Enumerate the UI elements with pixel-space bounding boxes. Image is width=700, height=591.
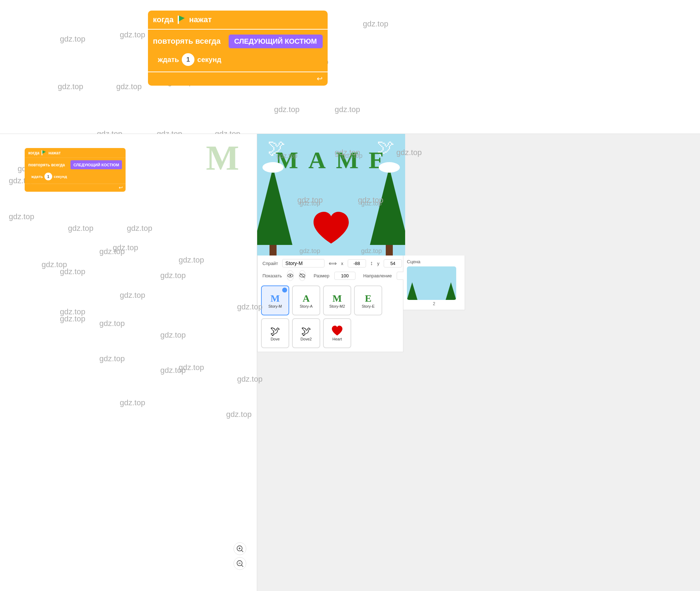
zoom-out-button[interactable] <box>234 557 246 570</box>
mini-event-label: когда <box>28 150 39 155</box>
scene-panel: Сцена 2 <box>403 256 465 310</box>
sprite-thumb-dove2[interactable]: 🕊 Dove2 <box>292 318 320 348</box>
seconds-label: секунд <box>197 56 221 64</box>
svg-rect-2 <box>42 150 42 155</box>
flag-icon <box>176 15 186 25</box>
x-label: x <box>341 261 343 266</box>
tree-right <box>370 167 405 256</box>
scene-count: 2 <box>407 301 461 306</box>
story-a-label: Story-A <box>300 304 313 308</box>
scene-label: Сцена <box>407 259 461 264</box>
wait-block: ждать 1 секунд <box>153 51 226 68</box>
mini-flag-icon <box>41 150 47 156</box>
mini-pressed-label: нажат <box>48 150 61 155</box>
watermark: gdz.top <box>99 319 125 328</box>
sprite-thumbs-panel: М Story-M А Story-A М Story-M2 Е Story-E… <box>257 282 403 352</box>
pressed-label: нажат <box>189 15 212 24</box>
svg-marker-3 <box>42 150 46 154</box>
story-m2-label: Story-M2 <box>329 304 345 308</box>
story-a-letter: А <box>303 293 310 304</box>
costume-block: СЛЕДУЮЩИЙ КОСТЮМ <box>229 35 323 48</box>
svg-line-7 <box>242 550 243 552</box>
eye-closed-icon <box>299 272 305 279</box>
mini-wait-value: 1 <box>44 173 52 180</box>
svg-point-15 <box>283 288 286 292</box>
watermark: gdz.top <box>120 30 145 39</box>
hide-sprite-button[interactable] <box>299 270 306 281</box>
watermark: gdz.top <box>42 260 67 269</box>
big-m-letter: M <box>206 137 239 178</box>
watermark: gdz.top <box>116 82 142 91</box>
y-coord-input[interactable] <box>384 259 402 267</box>
svg-marker-1 <box>179 16 185 21</box>
dove-label: Dove <box>271 337 280 341</box>
active-badge <box>282 288 287 293</box>
costume-label: СЛЕДУЮЩИЙ КОСТЮМ <box>234 37 317 45</box>
svg-point-12 <box>290 275 291 277</box>
size-input[interactable] <box>334 272 355 280</box>
top-code-area: gdz.top gdz.top gdz.top gdz.top gdz.top … <box>0 0 700 134</box>
watermark: gdz.top <box>99 247 125 256</box>
y-label: y <box>377 261 380 266</box>
heart-label: Heart <box>333 337 342 341</box>
watermark: gdz.top <box>99 354 125 363</box>
sprite-thumb-heart[interactable]: Heart <box>323 318 351 348</box>
direction-label: Направление <box>363 273 392 278</box>
story-m-letter: М <box>271 293 280 304</box>
sprite-name-input[interactable] <box>282 259 324 267</box>
zoom-in-button[interactable] <box>234 542 246 555</box>
scene-thumbnail[interactable] <box>407 266 456 300</box>
story-e-label: Story-E <box>362 304 375 308</box>
wait-label: ждать <box>158 56 179 64</box>
dove-thumb-icon: 🕊 <box>270 325 280 337</box>
mini-wait-label: ждать <box>31 174 43 179</box>
sprite-info-panel: Спрайт ⟺ x ↕ y Показать Размер Направлен… <box>257 256 403 285</box>
mini-costume-block: СЛЕДУЮЩИЙ КОСТЮМ <box>70 160 122 170</box>
watermark: gdz.top <box>68 224 93 233</box>
x-coord-input[interactable] <box>348 259 366 267</box>
watermark: gdz.top <box>60 307 85 316</box>
y-arrow-icon: ↕ <box>370 260 373 266</box>
sprite-thumb-dove[interactable]: 🕊 Dove <box>261 318 289 348</box>
tree-left <box>257 167 292 256</box>
sprite-thumb-story-m2[interactable]: М Story-M2 <box>323 285 351 315</box>
sprite-label: Спрайт <box>262 261 278 266</box>
show-label: Показать <box>262 273 282 278</box>
svg-line-10 <box>242 565 243 567</box>
eye-icon <box>287 272 293 279</box>
code-editor-panel: gdz.top gdz.top gdz.top gdz.top gdz.top … <box>0 134 257 591</box>
mini-wait-block: ждать 1 секунд <box>28 171 70 182</box>
zoom-out-icon <box>236 560 244 567</box>
mini-event-block: когда нажат <box>25 148 126 158</box>
watermark: gdz.top <box>274 105 299 114</box>
heart-sprite <box>310 210 352 250</box>
story-m-label: Story-M <box>268 304 282 308</box>
svg-rect-0 <box>178 16 179 24</box>
heart-thumb-icon <box>331 325 343 337</box>
loop-block: повторять всегда СЛЕДУЮЩИЙ КОСТЮМ ждать … <box>148 30 328 72</box>
mini-loop-block: повторять всегда СЛЕДУЮЩИЙ КОСТЮМ ждать … <box>25 158 126 184</box>
dove2-thumb-icon: 🕊 <box>301 325 311 337</box>
mini-seconds-label: секунд <box>54 174 67 179</box>
watermark: gdz.top <box>335 105 360 114</box>
sprite-thumb-story-m[interactable]: М Story-M <box>261 285 289 315</box>
watermark: gdz.top <box>160 271 186 280</box>
watermark: gdz.top <box>127 224 152 233</box>
arrows-icon: ⟺ <box>329 260 337 267</box>
event-block: когда нажат <box>148 11 328 29</box>
zoom-in-icon <box>236 545 244 553</box>
watermark: gdz.top <box>160 331 186 340</box>
mini-costume-label: СЛЕДУЮЩИЙ КОСТЮМ <box>73 163 119 167</box>
scratch-stage-area: 🕊 🕊 М А М Е gdz.top gdz.top gdz.top gdz.… <box>257 134 405 256</box>
event-label: когда <box>153 15 174 24</box>
sprite-thumb-story-a[interactable]: А Story-A <box>292 285 320 315</box>
watermark: gdz.top <box>9 212 34 221</box>
loop-label: повторять всегда <box>153 37 221 45</box>
story-e-letter: Е <box>365 293 372 304</box>
size-label: Размер <box>314 273 329 278</box>
mini-loop-label: повторять всегда <box>28 162 65 167</box>
check-icon <box>283 288 286 292</box>
sprite-thumb-story-e[interactable]: Е Story-E <box>354 285 382 315</box>
heart-svg <box>310 210 352 249</box>
show-sprite-button[interactable] <box>287 270 294 281</box>
